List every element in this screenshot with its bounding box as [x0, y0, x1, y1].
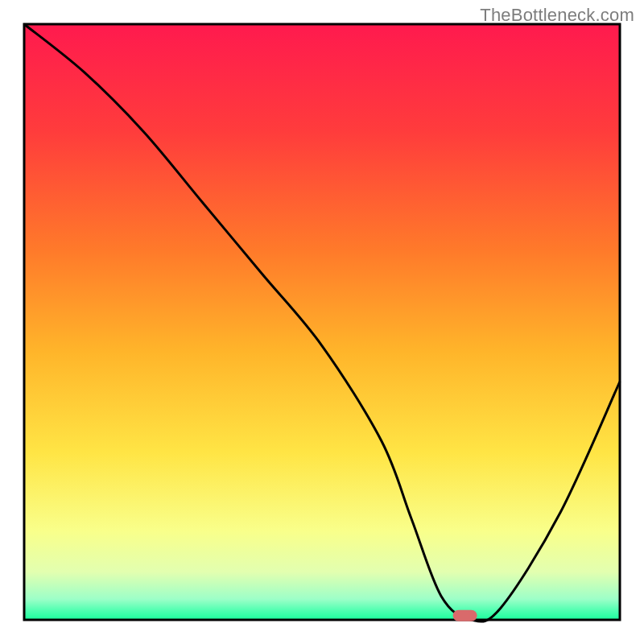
watermark-text: TheBottleneck.com [480, 5, 634, 26]
plot-area [24, 24, 620, 620]
plot-background-rect [24, 24, 620, 620]
chart-svg [0, 0, 644, 644]
optimal-marker [453, 610, 477, 621]
bottleneck-chart: TheBottleneck.com [0, 0, 644, 644]
